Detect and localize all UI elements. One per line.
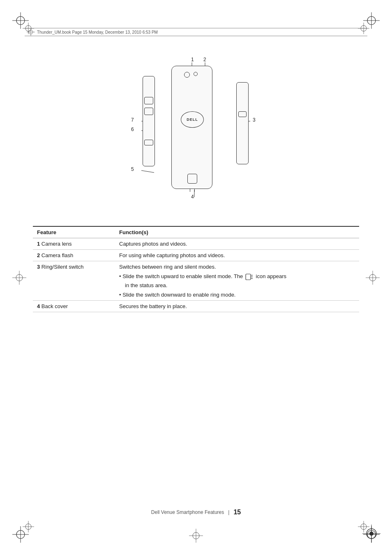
label-1: 1 [191, 57, 194, 62]
label-5: 5 [131, 166, 134, 172]
reg-mark-bc [189, 529, 203, 543]
table-row: 3 Ring/Silent switch Switches between ri… [33, 261, 359, 301]
function-text: For using while capturing photos and vid… [119, 252, 225, 258]
col1-header: Feature [33, 226, 115, 238]
label-6: 6 [131, 127, 134, 132]
phone-right-view [236, 82, 249, 164]
table-row: 2 Camera flash For using while capturing… [33, 250, 359, 261]
reg-mark-br-large [362, 525, 380, 543]
function-cell: Secures the battery in place. [115, 301, 359, 312]
header-bar: Thunder_UM.book Page 15 Monday, December… [25, 28, 367, 36]
function-main: Switches between ring and silent modes. [119, 264, 355, 270]
function-bullet-1: • Slide the switch upward to enable sile… [119, 273, 355, 281]
feature-name: Camera lens [42, 241, 72, 247]
feature-number: 4 [37, 303, 40, 309]
label-7: 7 [131, 117, 134, 123]
function-text: Secures the battery in place. [119, 303, 187, 309]
feature-cell: 3 Ring/Silent switch [33, 261, 115, 301]
phone-front-view: DELL [171, 66, 212, 189]
function-text: Captures photos and videos. [119, 241, 187, 247]
feature-number: 2 [37, 252, 40, 258]
function-bullet-2: • Slide the switch downward to enable ri… [119, 292, 355, 298]
feature-cell: 4 Back cover [33, 301, 115, 312]
dell-logo: DELL [187, 117, 198, 122]
table-row: 4 Back cover Secures the battery in plac… [33, 301, 359, 312]
feature-cell: 1 Camera lens [33, 238, 115, 250]
diagram-area: 1 2 7 6 5 [33, 45, 359, 218]
label-2: 2 [203, 57, 206, 62]
label-3: 3 [253, 117, 256, 123]
reg-mark-mr [366, 271, 380, 285]
phone-left-view [143, 76, 155, 166]
main-content: 1 2 7 6 5 [33, 45, 359, 312]
function-cell: For using while capturing photos and vid… [115, 250, 359, 261]
table-row: 1 Camera lens Captures photos and videos… [33, 238, 359, 250]
feature-name: Ring/Silent switch [42, 264, 84, 270]
page-footer: Dell Venue Smartphone Features | 15 [33, 509, 359, 516]
svg-line-19 [141, 170, 154, 173]
function-cell: Switches between ring and silent modes. … [115, 261, 359, 301]
icon-appears-text: icon appears [256, 273, 286, 279]
label-4: 4 [191, 194, 194, 200]
svg-rect-22 [246, 274, 251, 280]
feature-name: Back cover [42, 303, 68, 309]
header-left-cross [27, 28, 35, 36]
reg-mark-ml [12, 271, 26, 285]
silent-mode-icon [245, 273, 254, 281]
features-table: Feature Function(s) 1 Camera lens Captur… [33, 226, 359, 312]
feature-name: Camera flash [42, 252, 73, 258]
page-number: 15 [233, 509, 241, 516]
diagram-container: 1 2 7 6 5 [101, 49, 291, 214]
col2-header: Function(s) [115, 226, 359, 238]
reg-mark-inner-bl [23, 521, 34, 532]
footer-text: Dell Venue Smartphone Features [151, 509, 224, 515]
footer-separator: | [228, 509, 229, 515]
function-silent-area: in the status area. [125, 282, 355, 288]
feature-number: 3 [37, 264, 40, 270]
header-file-info: Thunder_UM.book Page 15 Monday, December… [37, 30, 158, 35]
feature-cell: 2 Camera flash [33, 250, 115, 261]
function-cell: Captures photos and videos. [115, 238, 359, 250]
feature-number: 1 [37, 241, 40, 247]
